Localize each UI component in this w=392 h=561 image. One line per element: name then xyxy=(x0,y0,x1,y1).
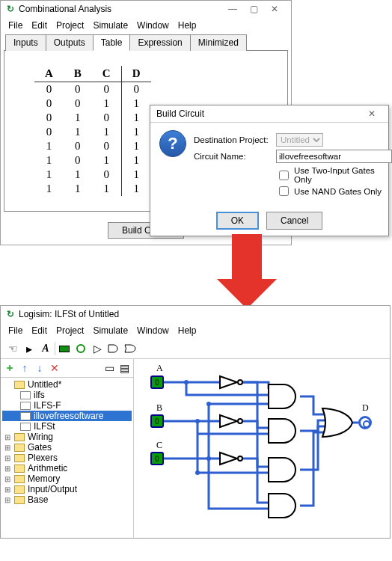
menu-window[interactable]: Window xyxy=(132,19,174,32)
tab-inputs[interactable]: Inputs xyxy=(5,34,46,51)
add-circuit-icon[interactable]: ＋ xyxy=(2,361,17,375)
table-row[interactable]: 0111 xyxy=(34,125,151,139)
tree-lib[interactable]: ⊞Memory xyxy=(2,473,132,484)
dest-project-select[interactable]: Untitled xyxy=(276,133,323,147)
app-icon: ↻ xyxy=(7,4,14,14)
maximize-icon[interactable]: ▢ xyxy=(243,4,264,14)
cancel-button[interactable]: Cancel xyxy=(266,212,322,230)
or-gate-tool-icon[interactable] xyxy=(123,341,138,356)
menu-bar-bottom: File Edit Project Simulate Window Help xyxy=(1,322,390,339)
svg-point-5 xyxy=(238,380,242,384)
tab-expression[interactable]: Expression xyxy=(129,34,190,51)
folder-icon xyxy=(14,444,25,452)
folder-icon xyxy=(14,465,25,473)
expand-icon[interactable]: ⊞ xyxy=(4,485,11,494)
svg-point-0 xyxy=(184,380,189,384)
svg-point-6 xyxy=(238,419,242,423)
tree-lib[interactable]: ⊞Input/Output xyxy=(2,484,132,494)
menu-help-b[interactable]: Help xyxy=(174,324,201,337)
menu-file-b[interactable]: File xyxy=(4,324,27,337)
question-icon: ? xyxy=(159,130,186,157)
tree-lib[interactable]: ⊞Plexers xyxy=(2,453,132,463)
expand-icon[interactable]: ⊞ xyxy=(4,454,11,462)
app-icon: ↻ xyxy=(7,309,14,319)
tab-minimized[interactable]: Minimized xyxy=(190,34,247,51)
ok-button[interactable]: OK xyxy=(216,212,259,230)
dialog-title: Build Circuit xyxy=(156,108,204,119)
output-pin-tool-icon[interactable] xyxy=(73,341,88,356)
two-input-gates-label: Use Two-Input Gates Only xyxy=(294,166,392,184)
arrow-icon xyxy=(0,245,392,305)
circuit-wires xyxy=(134,359,388,531)
move-up-icon[interactable]: ↑ xyxy=(17,361,32,375)
window-title: Combinational Analysis xyxy=(19,4,111,14)
folder-icon xyxy=(14,454,25,462)
move-down-icon[interactable]: ↓ xyxy=(32,361,47,375)
expand-icon[interactable]: ⊞ xyxy=(4,496,11,504)
delete-icon[interactable]: ✕ xyxy=(47,361,62,375)
two-input-gates-checkbox[interactable] xyxy=(279,171,289,180)
title-bar: ↻ Combinational Analysis — ▢ ✕ xyxy=(1,1,291,17)
tree-root[interactable]: Untitled* xyxy=(2,379,132,390)
menu-simulate-b[interactable]: Simulate xyxy=(88,324,132,337)
menu-edit[interactable]: Edit xyxy=(27,19,52,32)
menu-file[interactable]: File xyxy=(4,19,27,32)
col-b: B xyxy=(64,66,92,82)
tree-circuit[interactable]: ILFS-F xyxy=(2,400,132,411)
close-icon[interactable]: ✕ xyxy=(264,4,285,14)
tree-circuit[interactable]: ilfs xyxy=(2,390,132,400)
and-gate-tool-icon[interactable] xyxy=(106,341,121,356)
tree-circuit-selected[interactable]: illovefreesoftware xyxy=(2,411,132,421)
menu-project[interactable]: Project xyxy=(52,19,88,32)
view-layout-icon[interactable]: ▤ xyxy=(117,361,132,375)
not-gate-tool-icon[interactable]: ▷ xyxy=(90,341,105,356)
input-pin-tool-icon[interactable] xyxy=(57,341,72,356)
circuit-canvas[interactable]: A B C D 0 0 0 xyxy=(134,359,390,538)
tab-outputs[interactable]: Outputs xyxy=(46,34,94,51)
truth-table: A B C D 00000011010101111001101111011111 xyxy=(34,66,151,196)
table-row[interactable]: 1011 xyxy=(34,153,151,168)
tree-lib[interactable]: ⊞Gates xyxy=(2,442,132,453)
table-row[interactable]: 1101 xyxy=(34,168,151,182)
title-bar-bottom: ↻ Logisim: ILFSt of Untitled xyxy=(1,306,390,322)
svg-point-3 xyxy=(195,470,200,475)
toolbar: ☜ ▸ A ▷ xyxy=(1,339,390,358)
view-toggle-icon[interactable]: ▭ xyxy=(102,361,117,375)
svg-point-2 xyxy=(206,456,211,461)
circuit-icon xyxy=(20,391,31,399)
text-tool-icon[interactable]: A xyxy=(38,341,53,356)
menu-project-b[interactable]: Project xyxy=(52,324,88,337)
folder-icon xyxy=(14,496,25,504)
minimize-icon[interactable]: — xyxy=(222,4,243,14)
folder-icon xyxy=(14,485,25,494)
menu-help[interactable]: Help xyxy=(174,19,201,32)
tree-circuit[interactable]: ILFSt xyxy=(2,421,132,432)
svg-point-4 xyxy=(206,402,211,406)
expand-icon[interactable]: ⊞ xyxy=(4,444,11,452)
tree-lib[interactable]: ⊞Wiring xyxy=(2,432,132,442)
svg-point-7 xyxy=(238,456,242,461)
col-c: C xyxy=(92,66,121,82)
table-row[interactable]: 0000 xyxy=(34,82,151,97)
folder-icon xyxy=(14,475,25,483)
dialog-close-icon[interactable]: ✕ xyxy=(361,108,382,119)
menu-edit-b[interactable]: Edit xyxy=(27,324,52,337)
expand-icon[interactable]: ⊞ xyxy=(4,475,11,483)
expand-icon[interactable]: ⊞ xyxy=(4,433,11,441)
tree-lib[interactable]: ⊞Arithmetic xyxy=(2,463,132,473)
table-row[interactable]: 1001 xyxy=(34,139,151,153)
circuit-name-input[interactable] xyxy=(276,150,392,163)
menu-simulate[interactable]: Simulate xyxy=(88,19,132,32)
tree-lib[interactable]: ⊞Base xyxy=(2,494,132,505)
side-panel: ＋ ↑ ↓ ✕ ▭ ▤ Untitled* ilfs ILFS-F illove… xyxy=(1,359,134,538)
nand-gates-checkbox[interactable] xyxy=(279,186,289,196)
col-d: D xyxy=(121,66,150,82)
table-row[interactable]: 1111 xyxy=(34,182,151,196)
menu-window-b[interactable]: Window xyxy=(132,324,174,337)
tab-table[interactable]: Table xyxy=(93,34,131,51)
poke-tool-icon[interactable]: ☜ xyxy=(5,341,20,356)
table-row[interactable]: 0011 xyxy=(34,96,151,111)
table-row[interactable]: 0101 xyxy=(34,111,151,125)
expand-icon[interactable]: ⊞ xyxy=(4,465,11,473)
select-tool-icon[interactable]: ▸ xyxy=(22,341,37,356)
